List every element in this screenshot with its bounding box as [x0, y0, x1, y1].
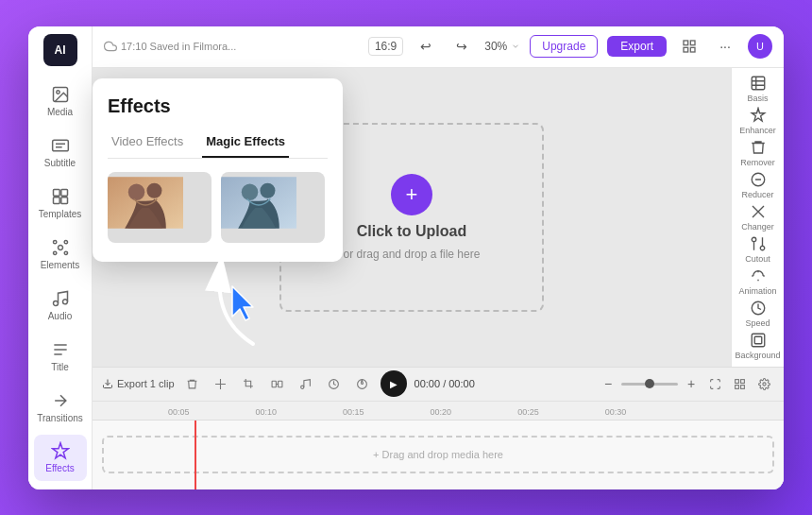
effect-thumbnail-1[interactable]	[108, 172, 211, 243]
topbar: 17:10 Saved in Filmora... 16:9 ↩ ↪ 30% U…	[93, 26, 784, 68]
transition-button[interactable]	[267, 373, 288, 394]
sidebar-item-elements-label: Elements	[41, 260, 80, 270]
svg-rect-18	[752, 77, 765, 90]
sidebar: AI Media Subtitle Templates Elements Aud…	[28, 26, 93, 489]
sidebar-item-elements[interactable]: Elements	[34, 231, 87, 278]
undo-button[interactable]: ↩	[413, 33, 439, 60]
right-tool-speed-label: Speed	[745, 318, 770, 328]
right-tool-cutout[interactable]: Cutout	[737, 234, 779, 265]
speed-button[interactable]	[324, 373, 345, 394]
upload-text: Click to Upload	[357, 223, 466, 240]
sidebar-item-audio[interactable]: Audio	[34, 282, 87, 329]
timeline-drop-zone[interactable]: + Drag and drop media here	[102, 436, 774, 473]
total-time: 00:00	[448, 378, 475, 389]
svg-point-37	[242, 183, 258, 199]
ruler-mark-2: 00:10	[256, 407, 278, 417]
sidebar-item-subtitle-label: Subtitle	[44, 158, 76, 168]
audio-button[interactable]	[296, 373, 316, 394]
right-tool-animation[interactable]: Animation	[737, 266, 779, 297]
more-options-button[interactable]: ···	[712, 33, 738, 60]
svg-rect-16	[684, 47, 688, 52]
svg-rect-3	[53, 189, 59, 196]
topbar-zoom: 30%	[484, 40, 520, 53]
right-tool-animation-label: Animation	[738, 286, 776, 296]
topbar-aspect-ratio[interactable]: 16:9	[368, 37, 403, 56]
sidebar-item-media[interactable]: Media	[34, 77, 87, 125]
svg-rect-21	[752, 334, 765, 347]
right-tool-enhancer-label: Enhancer	[739, 126, 776, 135]
zoom-value: 30%	[484, 40, 507, 53]
sidebar-item-effects[interactable]: Effects	[34, 435, 87, 482]
ruler-mark-6: 00:30	[605, 407, 627, 417]
zoom-slider[interactable]	[621, 383, 678, 386]
timeline-track[interactable]: + Drag and drop media here	[93, 421, 784, 489]
sidebar-item-templates[interactable]: Templates	[34, 180, 87, 227]
redo-button[interactable]: ↪	[448, 33, 475, 60]
tab-video-effects[interactable]: Video Effects	[108, 129, 187, 158]
svg-point-11	[64, 251, 67, 254]
svg-point-8	[53, 240, 56, 243]
zoom-thumb	[645, 379, 654, 388]
svg-rect-30	[735, 385, 738, 388]
timeline-ruler: 00:05 00:10 00:15 00:20 00:25 00:30	[93, 402, 784, 421]
color-button[interactable]	[352, 373, 373, 394]
svg-point-32	[762, 382, 765, 385]
right-tool-reducer[interactable]: Reducer	[737, 170, 779, 200]
upgrade-button[interactable]: Upgrade	[530, 35, 598, 58]
svg-rect-17	[690, 47, 695, 52]
settings-icon[interactable]	[676, 33, 702, 60]
effects-thumbnails	[108, 172, 328, 243]
split-button[interactable]	[211, 373, 231, 394]
play-button[interactable]: ▶	[381, 370, 407, 397]
tab-magic-effects[interactable]: Magic Effects	[202, 129, 289, 158]
topbar-saved-text: 17:10 Saved in Filmora...	[121, 41, 236, 52]
svg-rect-15	[690, 41, 695, 45]
svg-rect-23	[272, 381, 276, 387]
right-tool-basis[interactable]: Basis	[737, 74, 779, 104]
settings-button[interactable]	[753, 373, 774, 394]
right-tool-remover-label: Remover	[740, 158, 775, 167]
timeline-track-area: 00:05 00:10 00:15 00:20 00:25 00:30 + Dr…	[93, 402, 784, 489]
right-tool-changer[interactable]: Changer	[737, 202, 779, 232]
ruler-mark-5: 00:25	[517, 407, 539, 417]
current-time: 00:00	[414, 378, 441, 389]
right-tool-remover[interactable]: Remover	[737, 138, 779, 168]
sidebar-item-title[interactable]: Title	[34, 333, 87, 380]
right-tool-basis-label: Basis	[747, 94, 768, 103]
zoom-in-button[interactable]: +	[682, 374, 701, 393]
right-tool-background[interactable]: Background	[737, 331, 779, 361]
svg-rect-4	[60, 189, 67, 196]
ruler-mark-1: 00:05	[168, 407, 190, 417]
export-clip-label: Export 1 clip	[117, 378, 175, 389]
right-tool-cutout-label: Cutout	[745, 254, 770, 264]
app-logo: AI	[43, 34, 77, 67]
fit-button[interactable]	[704, 373, 725, 394]
svg-point-12	[53, 300, 58, 305]
svg-rect-28	[735, 379, 738, 383]
svg-point-35	[146, 182, 161, 197]
right-tool-reducer-label: Reducer	[741, 190, 773, 199]
timeline: Export 1 clip	[93, 367, 784, 489]
effect-thumbnail-2[interactable]	[221, 172, 325, 243]
svg-point-38	[260, 182, 275, 197]
sidebar-item-effects-label: Effects	[45, 463, 74, 473]
svg-point-34	[128, 183, 144, 199]
delete-button[interactable]	[182, 373, 203, 394]
timeline-time: 00:00 / 00:00	[414, 378, 475, 389]
effects-panel: Effects Video Effects Magic Effects	[93, 78, 343, 262]
grid-button[interactable]	[729, 373, 750, 394]
timeline-playhead	[195, 421, 196, 489]
right-tool-enhancer[interactable]: Enhancer	[737, 106, 779, 136]
sidebar-item-subtitle[interactable]: Subtitle	[34, 129, 87, 176]
svg-rect-29	[740, 379, 744, 383]
upload-plus-button[interactable]: +	[391, 174, 432, 215]
right-tool-speed[interactable]: Speed	[737, 299, 779, 329]
sidebar-item-transitions[interactable]: Transitions	[34, 384, 87, 431]
right-tool-changer-label: Changer	[741, 222, 774, 232]
zoom-out-button[interactable]: −	[599, 374, 617, 393]
topbar-cloud: 17:10 Saved in Filmora...	[104, 40, 236, 53]
svg-point-13	[62, 300, 67, 304]
timeline-export-button[interactable]: Export 1 clip	[102, 378, 175, 389]
crop-button[interactable]	[239, 373, 260, 394]
export-button[interactable]: Export	[607, 36, 667, 57]
